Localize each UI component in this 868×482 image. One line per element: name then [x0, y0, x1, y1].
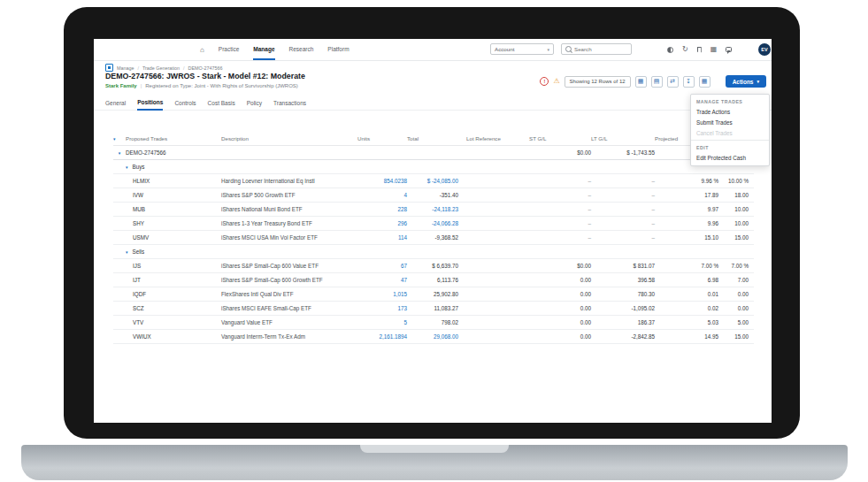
laptop-base — [21, 445, 848, 480]
lot-reference — [458, 302, 529, 316]
breadcrumb-trade-generation[interactable]: Trade Generation — [137, 65, 180, 71]
menu-item-edit-protected-cash[interactable]: Edit Protected Cash — [691, 152, 769, 163]
units-link[interactable]: 5 — [357, 316, 407, 330]
col-total[interactable]: Total — [407, 131, 458, 146]
grid-icon-button[interactable]: ▦ — [699, 76, 711, 88]
buys-group-row[interactable]: ▾Buys — [113, 160, 754, 174]
target-pct: 15.00 — [718, 330, 754, 344]
lt-gl: 780.30 — [591, 287, 655, 302]
col-description[interactable]: Description — [221, 131, 357, 146]
top-nav: ⌂ Practice Manage Research Platform Acco… — [94, 39, 772, 61]
menu-item-trade-actions[interactable]: Trade Actions — [691, 106, 769, 117]
tab-policy[interactable]: Policy — [247, 100, 262, 110]
units-link[interactable]: 2,161.1894 — [357, 330, 407, 344]
account-st-gl: $0.00 — [529, 146, 591, 160]
menu-item-submit-trades[interactable]: Submit Trades — [691, 117, 769, 127]
tab-general[interactable]: General — [105, 100, 126, 110]
total-value[interactable]: -24,066.28 — [407, 217, 458, 231]
theme-contrast-icon[interactable] — [667, 47, 673, 53]
table-row[interactable]: HLMIX Harding Loevner International Eq I… — [113, 174, 754, 188]
refresh-icon[interactable]: ↻ — [682, 46, 688, 53]
account-group-row[interactable]: ▾ DEMO-2747566 $0.00 $ -1,743.55 — [113, 146, 754, 160]
user-avatar[interactable]: EV — [758, 43, 771, 56]
lot-reference — [458, 259, 529, 273]
utility-icons: ↻ ▦ — [667, 39, 732, 60]
nav-item-research[interactable]: Research — [289, 39, 314, 60]
bookmark-icon[interactable] — [697, 47, 702, 53]
search-input[interactable] — [574, 46, 627, 52]
breadcrumb-manage[interactable]: Manage — [117, 65, 134, 71]
export-icon-button[interactable]: ↧ — [683, 76, 695, 88]
chat-icon[interactable] — [726, 47, 732, 52]
menu-section-manage-trades: MANAGE TRADES — [691, 96, 769, 106]
table-row[interactable]: USMV iShares MSCI USA Min Vol Factor ETF… — [113, 231, 754, 245]
col-units[interactable]: Units — [357, 131, 407, 146]
table-row[interactable]: IVW iShares S&P 500 Growth ETF 4 -351.40… — [113, 188, 754, 203]
units-link[interactable]: 173 — [357, 302, 407, 316]
app-screen: ⌂ Practice Manage Research Platform Acco… — [94, 39, 772, 423]
tab-cost-basis[interactable]: Cost Basis — [208, 100, 235, 110]
total-value[interactable]: -24,118.23 — [407, 203, 458, 217]
lt-gl: $ 831.07 — [591, 259, 655, 273]
menu-item-cancel-trades: Cancel Trades — [691, 127, 769, 138]
units-link[interactable]: 67 — [357, 259, 407, 273]
breadcrumb-account[interactable]: DEMO-2747566 — [183, 65, 222, 71]
tab-transactions[interactable]: Transactions — [273, 100, 306, 110]
col-st-gl[interactable]: ST G/L — [529, 131, 591, 146]
collapse-caret-icon[interactable]: ▾ — [126, 249, 128, 255]
apps-grid-icon[interactable]: ▦ — [711, 46, 718, 53]
error-alert-icon: ! — [540, 77, 549, 86]
table-row[interactable]: SHY iShares 1-3 Year Treasury Bond ETF 2… — [113, 217, 754, 231]
units-link[interactable]: 854.0238 — [357, 174, 407, 188]
table-row[interactable]: VWIUX Vanguard Interm-Term Tx-Ex Adm 2,1… — [113, 330, 754, 344]
actions-button[interactable]: Actions ▾ — [726, 75, 766, 88]
lot-reference — [458, 231, 529, 245]
ticker: VWIUX — [126, 330, 221, 344]
description: Harding Loevner International Eq Instl — [221, 174, 357, 188]
units-link[interactable]: 228 — [357, 203, 407, 217]
table-row[interactable]: IJT iShares S&P Small-Cap 600 Growth ETF… — [113, 273, 754, 287]
rows-count-indicator: Showing 12 Rows of 12 — [565, 76, 631, 88]
table-row[interactable]: SCZ iShares MSCI EAFE Small-Cap ETF 173 … — [113, 302, 754, 316]
home-icon[interactable]: ⌂ — [200, 46, 204, 54]
tab-positions[interactable]: Positions — [137, 99, 163, 111]
calendar-icon-button[interactable]: ▦ — [635, 76, 647, 88]
nav-item-manage[interactable]: Manage — [253, 39, 274, 60]
st-gl: 0.00 — [529, 316, 591, 330]
description: iShares S&P Small-Cap 600 Value ETF — [221, 259, 357, 273]
table-row[interactable]: MUB iShares National Muni Bond ETF 228 -… — [113, 203, 754, 217]
projected-pct: 5.03 — [655, 316, 718, 330]
table-row[interactable]: IJS iShares S&P Small-Cap 600 Value ETF … — [113, 259, 754, 273]
total-value[interactable]: $ -24,085.00 — [407, 174, 458, 188]
sort-caret-icon[interactable]: ▾ — [113, 136, 116, 142]
account-dropdown[interactable]: Account ▾ — [490, 43, 554, 55]
columns-icon-button[interactable]: ▤ — [651, 76, 663, 88]
laptop-base-notch — [360, 445, 509, 453]
buys-group-label: Buys — [133, 164, 145, 170]
sells-group-row[interactable]: ▾Sells — [113, 245, 754, 259]
units-link[interactable]: 1,015 — [357, 287, 407, 302]
collapse-caret-icon[interactable]: ▾ — [126, 164, 128, 170]
table-row[interactable]: VTV Vanguard Value ETF 5 798.02 0.00 186… — [113, 316, 754, 330]
st-gl: – — [529, 231, 591, 245]
collapse-caret-icon[interactable]: ▾ — [119, 150, 121, 156]
table-row[interactable]: IQDF FlexShares Intl Qual Div ETF 1,015 … — [113, 287, 754, 302]
total-value[interactable]: 29,068.00 — [407, 330, 458, 344]
col-lot-reference[interactable]: Lot Reference — [458, 131, 529, 146]
search-box[interactable] — [561, 43, 632, 55]
total-value: $ 6,639.70 — [407, 259, 458, 273]
sells-group-label: Sells — [133, 249, 145, 255]
projected-pct: 0.01 — [655, 287, 718, 302]
units-link[interactable]: 114 — [357, 231, 407, 245]
nav-item-practice[interactable]: Practice — [219, 39, 239, 60]
nav-item-platform[interactable]: Platform — [327, 39, 349, 60]
col-lt-gl[interactable]: LT G/L — [591, 131, 655, 146]
col-proposed-trades[interactable]: Proposed Trades — [126, 131, 221, 146]
ticker: IVW — [126, 188, 221, 203]
units-link[interactable]: 296 — [357, 217, 407, 231]
tab-controls[interactable]: Controls — [174, 100, 196, 110]
units-link[interactable]: 4 — [357, 188, 407, 203]
total-value: -9,368.52 — [407, 231, 458, 245]
transfer-icon-button[interactable]: ⇄ — [667, 76, 679, 88]
units-link[interactable]: 47 — [357, 273, 407, 287]
